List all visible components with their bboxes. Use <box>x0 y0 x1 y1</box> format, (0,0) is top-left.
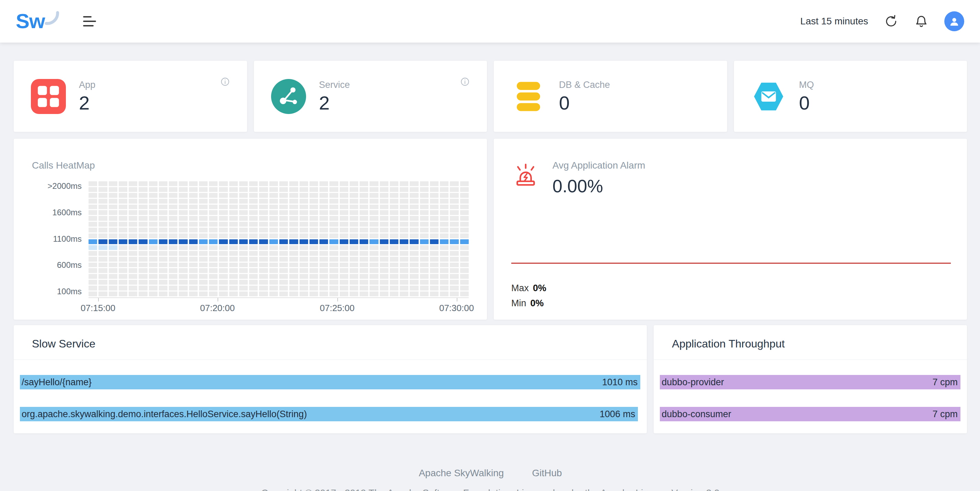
heatmap-cell <box>229 187 238 192</box>
heatmap-cell <box>249 210 258 215</box>
heatmap-cell <box>380 263 388 268</box>
max-label: Max <box>511 283 529 293</box>
heatmap-cell <box>199 187 208 192</box>
refresh-button[interactable] <box>884 14 898 29</box>
heatmap-cell <box>340 199 348 204</box>
heatmap-cell <box>179 274 187 279</box>
heatmap-cell <box>149 274 158 279</box>
heatmap-cell <box>390 193 398 198</box>
heatmap-cell <box>450 257 458 261</box>
heatmap-cell <box>169 251 177 256</box>
heatmap-cell <box>350 222 358 226</box>
bar[interactable]: org.apache.skywalking.demo.interfaces.He… <box>20 407 638 421</box>
heatmap-cell <box>239 239 248 244</box>
heatmap-cell <box>299 228 308 233</box>
heatmap-cell <box>430 286 439 290</box>
heatmap-cell <box>89 222 97 226</box>
heatmap-cell <box>420 222 429 226</box>
db-cache-stat-card[interactable]: DB & Cache 0 <box>494 61 727 132</box>
heatmap-cell <box>329 245 338 250</box>
heatmap-cell <box>310 263 318 268</box>
heatmap-cell <box>129 228 137 233</box>
bar[interactable]: dubbo-provider7 cpm <box>660 375 961 389</box>
notifications-button[interactable] <box>914 14 929 29</box>
heatmap-cell <box>149 292 158 297</box>
heatmap-cell <box>159 210 167 215</box>
heatmap-cell <box>129 181 137 186</box>
time-range-selector[interactable]: Last 15 minutes <box>800 16 868 27</box>
heatmap-cell <box>199 222 208 226</box>
heatmap-cell <box>279 292 288 297</box>
heatmap-cell <box>390 263 398 268</box>
app-grid-icon <box>31 79 66 114</box>
bar[interactable]: /sayHello/{name}1010 ms <box>20 375 640 389</box>
heatmap-cell <box>89 245 97 250</box>
heatmap-cell <box>430 239 439 244</box>
heatmap-cell <box>199 216 208 221</box>
heatmap-grid <box>89 181 469 297</box>
user-avatar[interactable] <box>944 11 964 31</box>
heatmap-cell <box>259 205 268 209</box>
heatmap-cell <box>259 222 268 226</box>
heatmap-cell <box>149 268 158 273</box>
skywalking-logo[interactable]: Sw <box>16 11 60 32</box>
heatmap-cell <box>89 181 97 186</box>
heatmap-cell <box>239 286 248 290</box>
heatmap-cell <box>279 251 288 256</box>
heatmap-cell <box>239 257 248 261</box>
heatmap-cell <box>289 205 298 209</box>
app-stat-card[interactable]: App 2 <box>14 61 247 132</box>
heatmap-cell <box>119 257 127 261</box>
heatmap-cell <box>109 257 117 261</box>
heatmap-cell <box>249 251 258 256</box>
heatmap-cell <box>149 280 158 285</box>
bar[interactable]: dubbo-consumer7 cpm <box>660 407 961 421</box>
heatmap-cell <box>149 222 158 226</box>
alarm-header: Avg Application Alarm 0.00% <box>511 160 951 196</box>
heatmap-cell <box>159 239 167 244</box>
heatmap-cell <box>138 280 147 285</box>
heatmap-cell <box>269 199 278 204</box>
heatmap-cell <box>129 222 137 226</box>
heatmap-cell <box>189 274 198 279</box>
heatmap-cell <box>119 181 127 186</box>
heatmap-cell <box>89 199 97 204</box>
heatmap-cell <box>440 193 449 198</box>
heatmap-cell <box>289 199 298 204</box>
heatmap-cell <box>329 263 338 268</box>
heatmap-cell <box>400 239 408 244</box>
heatmap-cell <box>189 286 198 290</box>
card-label: MQ <box>799 80 814 90</box>
heatmap-cell <box>450 245 458 250</box>
service-stat-card[interactable]: Service 2 <box>254 61 487 132</box>
heatmap-cell <box>310 205 318 209</box>
heatmap-cell <box>420 193 429 198</box>
footer-link[interactable]: Apache SkyWalking <box>418 468 504 479</box>
heatmap-cell <box>179 245 187 250</box>
heatmap-cell <box>219 210 228 215</box>
heatmap-cell <box>369 228 378 233</box>
bar-value: 1006 ms <box>600 409 635 419</box>
heatmap-cell <box>299 292 308 297</box>
heatmap-cell <box>460 251 469 256</box>
heatmap-cell <box>329 187 338 192</box>
footer-link[interactable]: GitHub <box>532 468 562 479</box>
heatmap-cell <box>460 216 469 221</box>
heatmap-cell <box>310 181 318 186</box>
heatmap-cell <box>219 268 228 273</box>
heatmap-cell <box>299 274 308 279</box>
heatmap-cell <box>440 268 449 273</box>
heatmap-cell <box>109 245 117 250</box>
heatmap-cell <box>390 245 398 250</box>
info-icon[interactable] <box>460 77 470 86</box>
heatmap-cell <box>299 187 308 192</box>
menu-toggle-button[interactable] <box>81 13 98 30</box>
heatmap-cell <box>289 233 298 238</box>
heatmap-cell <box>400 205 408 209</box>
heatmap-cell <box>450 292 458 297</box>
info-icon[interactable] <box>220 77 230 86</box>
heatmap-cell <box>259 274 268 279</box>
skywalking-dashboard: Sw Last 15 minutes <box>0 0 980 491</box>
bar-row: dubbo-consumer7 cpm <box>660 407 961 421</box>
mq-stat-card[interactable]: MQ 0 <box>734 61 967 132</box>
